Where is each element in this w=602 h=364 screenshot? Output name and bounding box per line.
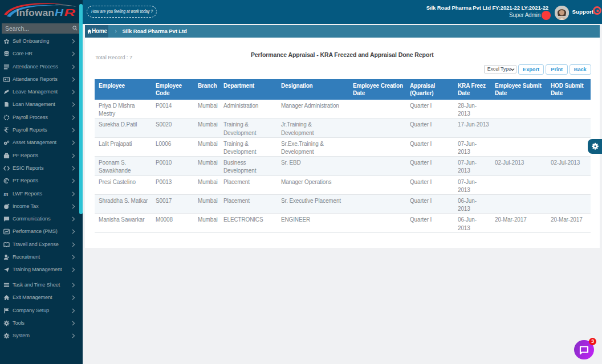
svg-text:R: R: [64, 7, 76, 18]
svg-text:H: H: [55, 7, 64, 18]
svg-text:Infowan: Infowan: [17, 7, 55, 18]
svg-text:m: m: [3, 191, 8, 197]
